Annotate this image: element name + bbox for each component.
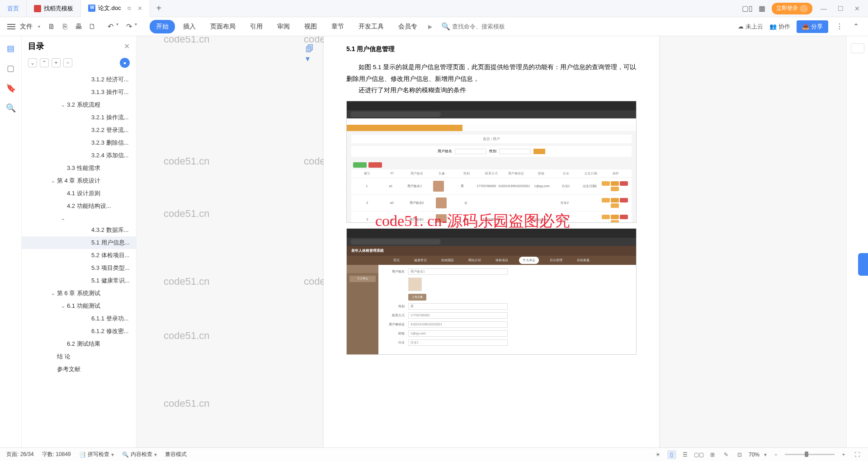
outline-item[interactable]: 3.2.4 添加信... [22, 149, 136, 162]
view-web-icon[interactable]: ⊞ [708, 450, 717, 459]
ribbon-tab-section[interactable]: 章节 [325, 20, 350, 33]
file-dropdown-icon[interactable]: ▾ [38, 24, 40, 29]
outline-item[interactable]: 6.1.2 修改密... [22, 325, 136, 338]
outline-item[interactable]: 3.3 性能需求 [22, 162, 136, 174]
outline-item[interactable]: 结 论 [22, 350, 136, 363]
nav-icon[interactable]: ▢ [6, 63, 16, 73]
page-indicator[interactable]: 页面: 26/34 [6, 451, 34, 458]
outline-item[interactable]: 3.1.3 操作可... [22, 86, 136, 99]
word-count[interactable]: 字数: 10849 [42, 451, 71, 458]
add-item-icon[interactable]: + [52, 58, 61, 67]
view-page-icon[interactable]: ▯ [667, 450, 676, 459]
outline-item[interactable]: 4.3.2 数据库... [22, 224, 136, 236]
ribbon-tab-ref[interactable]: 引用 [244, 20, 269, 33]
ribbon-tab-member[interactable]: 会员专 [392, 20, 424, 33]
outline-item[interactable]: 5.2 体检项目... [22, 249, 136, 262]
outline-icon[interactable]: ▤ [6, 43, 16, 53]
bookmark-icon[interactable]: 🔖 [6, 83, 16, 93]
zoom-level[interactable]: 70% [749, 452, 760, 458]
tab-home[interactable]: 首页 [0, 0, 27, 17]
undo-dropdown-icon[interactable]: ▾ [116, 22, 118, 32]
edit-icon[interactable]: ✎ [722, 450, 731, 459]
zoom-out-icon[interactable]: − [771, 450, 780, 459]
ribbon-tab-layout[interactable]: 页面布局 [204, 20, 242, 33]
ribbon-tab-view[interactable]: 视图 [298, 20, 323, 33]
share-button[interactable]: 📤分享 [797, 20, 828, 33]
tab-document[interactable]: 论文.doc ⧉ ✕ [81, 0, 150, 17]
close-icon[interactable]: ✕ [137, 5, 142, 12]
outline-item[interactable]: 3.2.3 删除信... [22, 136, 136, 149]
window-icon[interactable]: ⧉ [127, 5, 131, 11]
outline-item[interactable]: ⌄ [22, 212, 136, 224]
fullscreen-icon[interactable]: ⛶ [853, 450, 862, 459]
cloud-status[interactable]: ☁未上云 [738, 23, 763, 31]
outline-item[interactable]: 5.1 健康常识... [22, 274, 136, 287]
view-read-icon[interactable]: ▢▢ [694, 450, 703, 459]
ribbon-tab-start[interactable]: 开始 [150, 20, 175, 33]
brightness-icon[interactable]: ☀ [654, 450, 663, 459]
outline-item[interactable]: ⌄6.1 功能测试 [22, 300, 136, 312]
content-icon: 🔍 [122, 452, 129, 458]
search-input[interactable] [452, 23, 524, 30]
save-icon[interactable]: 🗎 [47, 22, 57, 32]
zoom-in-icon[interactable]: + [839, 450, 848, 459]
outline-item[interactable]: ⌄3.2 系统流程 [22, 99, 136, 111]
spell-check[interactable]: 📑拼写检查 ▾ [79, 451, 114, 458]
compat-mode[interactable]: 兼容模式 [165, 451, 187, 458]
ribbon-search: 🔍 [441, 22, 524, 31]
more-icon[interactable]: ⋮ [835, 22, 844, 32]
outline-item[interactable]: 6.1.1 登录功... [22, 312, 136, 325]
outline-item[interactable]: ⌄第 6 章 系统测试 [22, 287, 136, 300]
fit-icon[interactable]: ⊡ [735, 450, 744, 459]
outline-item[interactable]: ⌄第 4 章 系统设计 [22, 174, 136, 187]
file-menu[interactable]: 文件 [20, 23, 33, 31]
login-button[interactable]: 立即登录 [772, 3, 812, 14]
add-tab-button[interactable]: + [150, 3, 168, 14]
outline-item[interactable]: 5.3 项目类型... [22, 262, 136, 274]
ai-icon[interactable]: ● [120, 58, 130, 68]
outline-item[interactable]: 4.1 设计原则 [22, 187, 136, 200]
view-outline-icon[interactable]: ☰ [681, 450, 690, 459]
outline-item[interactable]: 6.2 测试结果 [22, 338, 136, 350]
close-button[interactable]: ✕ [852, 5, 863, 12]
grid-icon[interactable]: ▦ [757, 4, 766, 13]
menu-icon[interactable] [7, 24, 15, 29]
ribbon-next-icon[interactable]: ▶ [425, 24, 435, 30]
outline-item[interactable]: 3.1.2 经济可... [22, 73, 136, 86]
tab-template[interactable]: 找稻壳模板 [27, 0, 81, 17]
spell-icon: 📑 [79, 452, 86, 458]
outline-list[interactable]: 3.1.2 经济可...3.1.3 操作可...⌄3.2 系统流程3.2.1 操… [22, 71, 136, 447]
collab-button[interactable]: 👥协作 [769, 23, 790, 31]
redo-icon[interactable]: ↷ [124, 22, 134, 32]
content-check[interactable]: 🔍内容检查 ▾ [122, 451, 157, 458]
ribbon-tab-insert[interactable]: 插入 [177, 20, 202, 33]
side-tab[interactable] [858, 253, 868, 276]
print-icon[interactable]: 🖶 [74, 22, 84, 32]
expand-all-icon[interactable]: ⌃ [40, 58, 49, 67]
export-icon[interactable]: ⎘ [60, 22, 70, 32]
ribbon-tab-review[interactable]: 审阅 [271, 20, 296, 33]
outline-item[interactable]: 3.2.2 登录流... [22, 124, 136, 136]
minimize-button[interactable]: — [818, 5, 830, 12]
outline-panel: 目录 ✕ ⌄ ⌃ + − ● 3.1.2 经济可...3.1.3 操作可...⌄… [22, 36, 137, 447]
collapse-all-icon[interactable]: ⌄ [28, 58, 37, 67]
outline-close-icon[interactable]: ✕ [124, 42, 130, 51]
preview-icon[interactable]: 🗋 [87, 22, 97, 32]
find-icon[interactable]: 🔍 [6, 103, 16, 113]
outline-item[interactable]: 4.2 功能结构设... [22, 200, 136, 212]
collapse-icon[interactable]: ⌃ [851, 22, 861, 32]
zoom-slider[interactable] [785, 454, 835, 455]
screenshot-1: 首页 / 用户 用户姓名 性别 索引a1用户姓名 头像性别联系方式 用户身份证邮… [346, 101, 637, 223]
outline-item[interactable]: 5.1 用户信息... [22, 236, 136, 249]
redo-dropdown-icon[interactable]: ▾ [135, 22, 137, 32]
outline-item[interactable]: 参考文献 [22, 363, 136, 376]
outline-item[interactable]: 3.2.1 操作流... [22, 111, 136, 124]
maximize-button[interactable]: ☐ [835, 5, 846, 12]
layout-icon[interactable]: ▢▯ [743, 4, 752, 13]
undo-icon[interactable]: ↶ [105, 22, 115, 32]
page-copy-icon[interactable]: 🗐▾ [306, 44, 316, 55]
ribbon-tab-dev[interactable]: 开发工具 [352, 20, 390, 33]
right-pane-toggle[interactable] [851, 43, 864, 53]
remove-item-icon[interactable]: − [63, 58, 72, 67]
document-area[interactable]: code51.cn code51.cn code51.cn code51.cn … [137, 36, 846, 447]
